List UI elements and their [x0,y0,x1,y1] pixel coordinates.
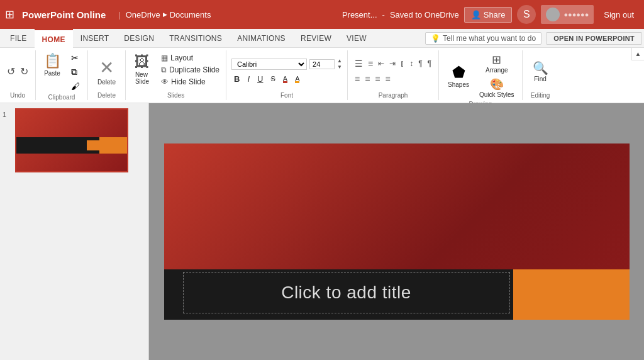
avatar-image [546,8,560,21]
bold-button[interactable]: B [231,73,242,85]
tab-file[interactable]: FILE [3,29,35,48]
slide-thumb-background [16,110,127,171]
avatar-name: ●●●●●● [564,11,589,18]
format-painter-button[interactable]: 🖌 [69,80,82,93]
redo-button[interactable]: ↻ [18,64,30,79]
slide-canvas[interactable]: Click to add title [164,143,630,320]
slides-secondary: ▦ Layout ⧉ Duplicate Slide 👁 Hide Slide [160,53,221,87]
tab-animations[interactable]: ANIMATIONS [230,29,293,48]
tab-transitions[interactable]: TRANSITIONS [162,29,230,48]
slides-group: 🖼 NewSlide ▦ Layout ⧉ Duplicate Slide 👁 … [126,50,226,100]
font-row-1: Calibri ▲ ▼ [231,58,342,70]
new-slide-area: 🖼 NewSlide [131,52,153,86]
top-bar: ⊞ PowerPoint Online | OneDrive ▶ Documen… [0,0,644,29]
tab-view[interactable]: VIEW [339,29,374,48]
hide-icon: 👁 [161,77,169,86]
editing-group: 🔍 Find Editing [523,50,558,100]
format-painter-icon: 🖌 [71,81,80,91]
delete-button[interactable]: ✕ Delete [95,56,118,87]
font-color-button[interactable]: A [280,74,290,84]
justify-button[interactable]: ≡ [383,72,392,85]
slide-thumb-dark-bar [16,137,99,154]
paste-icon: 📋 [44,53,61,69]
shapes-button[interactable]: ⬟ Shapes [444,62,473,89]
new-slide-icon: 🖼 [135,53,150,70]
drawing-content: ⬟ Shapes ⊞ Arrange 🎨 Quick Styles [444,52,517,99]
strikethrough-button[interactable]: S [268,74,277,84]
copy-button[interactable]: ⧉ [69,65,82,79]
arrange-icon: ⊞ [492,53,501,67]
duplicate-slide-button[interactable]: ⧉ Duplicate Slide [160,65,221,75]
breadcrumb-path: OneDrive ▶ Documents [126,10,211,20]
delete-label: Delete [97,79,116,86]
undo-group-label: Undo [10,92,25,99]
user-avatar[interactable]: ●●●●●● [541,5,594,24]
font-controls: Calibri ▲ ▼ B I U S A A [231,58,342,85]
copy-icon: ⧉ [71,67,77,77]
open-in-powerpoint-button[interactable]: OPEN IN POWERPOINT [547,32,641,45]
decrease-indent-button[interactable]: ⇤ [376,58,386,69]
layout-button[interactable]: ▦ Layout [160,53,221,63]
font-size-input[interactable] [309,59,335,69]
find-icon: 🔍 [533,60,548,76]
new-slide-button[interactable]: 🖼 NewSlide [131,52,153,86]
undo-group-content: ↺ ↻ [5,52,30,91]
italic-button[interactable]: I [245,73,252,85]
main-area: 1 Click to add title [0,103,644,360]
font-family-select[interactable]: Calibri [231,59,307,70]
line-spacing-button[interactable]: ↕ [408,58,415,69]
align-center-button[interactable]: ≡ [363,72,372,85]
editing-group-label: Editing [531,92,550,99]
align-right-button[interactable]: ≡ [373,72,382,85]
title-placeholder[interactable]: Click to add title [183,272,510,313]
skype-button[interactable]: S [517,5,536,24]
shapes-label: Shapes [448,81,469,88]
arrange-button[interactable]: ⊞ Arrange [477,52,517,75]
increase-indent-button[interactable]: ⇥ [387,58,397,69]
slides-group-label: Slides [167,92,184,99]
font-content: Calibri ▲ ▼ B I U S A A [231,52,342,91]
shapes-icon: ⬟ [452,64,465,81]
tab-insert[interactable]: INSERT [73,29,117,48]
present-button[interactable]: Present... [342,10,377,20]
collapse-ribbon-button[interactable]: ▲ [631,48,644,60]
cut-button[interactable]: ✂ [69,52,82,64]
numbering-button[interactable]: ≡ [366,57,375,70]
tab-review[interactable]: REVIEW [293,29,339,48]
documents-link[interactable]: Documents [170,10,211,20]
hide-label: Hide Slide [171,77,206,86]
paste-button[interactable]: 📋 Paste [41,52,64,78]
onedrive-link[interactable]: OneDrive [126,10,160,20]
clipboard-group: 📋 Paste ✂ ⧉ 🖌 Clipboard [36,50,88,100]
columns-button[interactable]: ⫿ [399,58,406,69]
undo-button[interactable]: ↺ [5,64,17,79]
clipboard-secondary: ✂ ⧉ 🖌 [69,52,82,93]
top-bar-dash: - [382,10,385,20]
skype-icon: S [523,9,530,20]
tell-me-input[interactable]: 💡 Tell me what you want to do [425,32,541,45]
ribbon-tabs: FILE HOME INSERT DESIGN TRANSITIONS ANIM… [0,29,644,48]
para-row-2: ≡ ≡ ≡ ≡ [353,72,433,85]
underline-button[interactable]: U [255,73,265,85]
hide-slide-button[interactable]: 👁 Hide Slide [160,77,221,87]
text-direction-rtl-button[interactable]: ¶ [426,58,433,69]
tab-design[interactable]: DESIGN [116,29,162,48]
align-left-button[interactable]: ≡ [353,72,362,85]
paragraph-group-label: Paragraph [379,92,408,99]
app-title: PowerPoint Online [22,9,106,20]
grid-icon[interactable]: ⊞ [5,8,14,21]
quick-styles-button[interactable]: 🎨 Quick Styles [477,76,517,99]
text-highlight-button[interactable]: A [292,74,302,84]
new-slide-label: NewSlide [135,71,149,85]
signout-button[interactable]: Sign out [599,8,639,22]
slide-panel: 1 [0,103,149,360]
font-group-label: Font [280,92,293,99]
text-direction-ltr-button[interactable]: ¶ [416,58,424,69]
bullets-button[interactable]: ☰ [353,57,365,70]
slide-thumbnail[interactable] [15,108,128,172]
find-button[interactable]: 🔍 Find [528,58,553,85]
share-button[interactable]: 👤 Share [464,7,513,23]
font-size-decrease-button[interactable]: ▼ [337,64,342,70]
tab-home[interactable]: HOME [35,29,73,48]
font-size-increase-button[interactable]: ▲ [337,58,342,64]
